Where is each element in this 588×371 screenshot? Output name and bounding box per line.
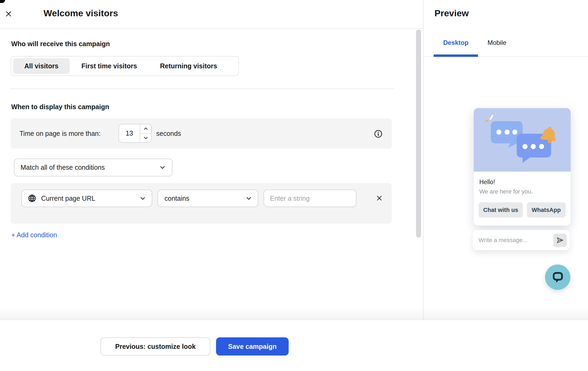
condition-value-input[interactable] xyxy=(264,190,356,207)
widget-greeting: Hello! xyxy=(479,179,495,186)
globe-icon xyxy=(28,194,36,203)
info-button[interactable] xyxy=(372,128,384,140)
whatsapp-button[interactable]: WhatsApp xyxy=(527,202,566,218)
stepper-buttons xyxy=(140,124,151,142)
preview-panel: Preview Desktop Mobile xyxy=(423,0,588,319)
add-condition-link[interactable]: + Add condition xyxy=(11,231,57,239)
campaign-settings-panel: Who will receive this campaign All visit… xyxy=(0,29,423,319)
send-icon xyxy=(556,236,564,244)
close-icon xyxy=(376,195,383,202)
chevron-down-icon xyxy=(245,195,252,202)
stepper-up-button[interactable] xyxy=(140,124,151,134)
chevron-down-icon xyxy=(139,195,146,202)
chat-launcher-button[interactable] xyxy=(545,265,570,290)
chevron-down-icon xyxy=(159,164,166,171)
page-title: Welcome visitors xyxy=(44,8,118,18)
audience-segmented-control: All visitors First time visitors Returni… xyxy=(11,56,239,76)
widget-message-bar: Write a message... xyxy=(473,230,570,250)
preview-tabs: Desktop Mobile xyxy=(424,29,588,57)
close-button[interactable] xyxy=(4,10,13,18)
condition-field-select[interactable]: Current page URL xyxy=(21,190,152,207)
match-conditions-value: Match all of these conditions xyxy=(21,164,105,171)
preview-heading: Preview xyxy=(434,8,469,18)
condition-row-panel: Current page URL contains xyxy=(11,183,392,224)
seconds-input[interactable] xyxy=(119,124,140,142)
sparkle-icon xyxy=(485,115,494,122)
chat-illustration xyxy=(474,108,571,172)
info-icon xyxy=(374,129,383,138)
previous-step-button[interactable]: Previous: customize look xyxy=(100,337,210,356)
chat-widget-preview: Hello! We are here for you. Chat with us… xyxy=(474,108,571,226)
header: Welcome visitors xyxy=(0,0,423,29)
condition-operator-select[interactable]: contains xyxy=(158,190,258,207)
vertical-scrollbar[interactable] xyxy=(416,30,421,238)
audience-heading: Who will receive this campaign xyxy=(11,40,110,48)
stepper-down-button[interactable] xyxy=(140,134,151,143)
save-campaign-button[interactable]: Save campaign xyxy=(216,337,289,356)
time-rule-label: Time on page is more than: xyxy=(19,118,100,149)
seconds-stepper xyxy=(119,124,152,143)
footer-bar: Previous: customize look Save campaign xyxy=(0,319,588,371)
match-conditions-select[interactable]: Match all of these conditions xyxy=(14,159,173,176)
display-heading: When to display this campaign xyxy=(11,103,109,111)
send-button[interactable] xyxy=(553,234,567,247)
time-rule-panel: Time on page is more than: seconds xyxy=(11,118,392,149)
chevron-down-icon xyxy=(143,135,149,141)
chat-bubble-icon xyxy=(551,271,564,284)
remove-condition-button[interactable] xyxy=(373,192,386,204)
tab-desktop[interactable]: Desktop xyxy=(434,29,478,56)
audience-option-all-visitors[interactable]: All visitors xyxy=(13,58,70,74)
chevron-up-icon xyxy=(143,126,149,132)
time-rule-unit: seconds xyxy=(156,118,181,149)
message-input[interactable]: Write a message... xyxy=(479,237,553,244)
close-icon xyxy=(5,10,12,18)
condition-operator-value: contains xyxy=(164,195,189,202)
section-divider xyxy=(11,88,394,89)
tab-mobile[interactable]: Mobile xyxy=(478,29,516,56)
audience-option-first-time-visitors[interactable]: First time visitors xyxy=(70,58,148,74)
chat-with-us-button[interactable]: Chat with us xyxy=(479,202,523,218)
audience-option-returning-visitors[interactable]: Returning visitors xyxy=(149,58,228,74)
widget-subtitle: We are here for you. xyxy=(479,188,533,195)
active-tab-indicator xyxy=(434,54,478,57)
condition-field-value: Current page URL xyxy=(41,195,95,202)
